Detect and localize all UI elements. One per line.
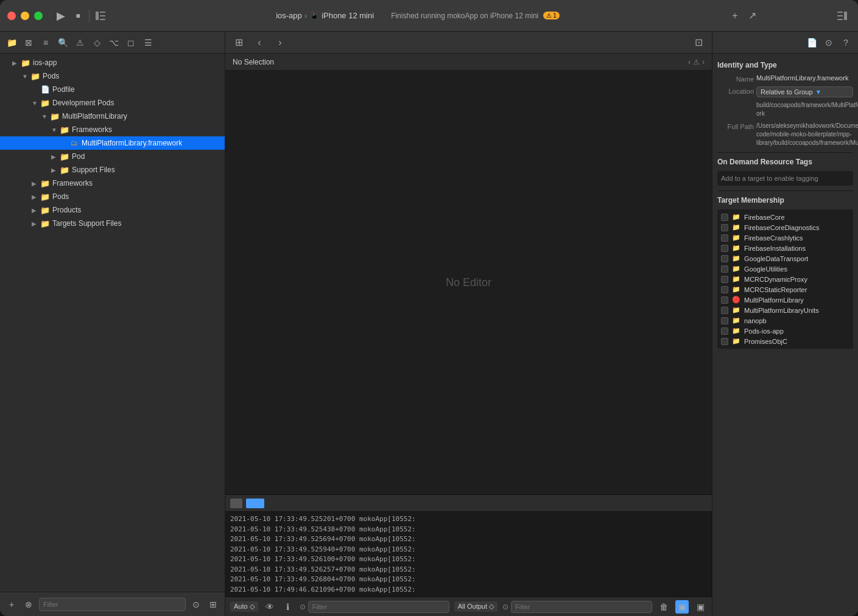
warning-badge[interactable]: ⚠ 1 [543, 12, 560, 19]
right-arrow-icon[interactable]: › [702, 58, 705, 66]
folder-icon-btn[interactable]: 📁 [5, 36, 18, 49]
history-btn[interactable]: ⊙ [821, 35, 836, 50]
sidebar-label-dev-pods: Development Pods [52, 99, 114, 107]
report-btn[interactable]: ☰ [141, 36, 155, 49]
name-label: Name [717, 74, 754, 83]
sidebar-filter-input[interactable] [39, 598, 186, 611]
console-filter-right[interactable] [511, 601, 652, 613]
auto-btn[interactable]: Auto ◇ [230, 601, 258, 612]
debug-btn[interactable]: ⌥ [107, 36, 121, 49]
folder-icon: 📁 [50, 111, 60, 121]
fullpath-label: Full Path [717, 122, 754, 130]
sidebar-item-frameworks-inner[interactable]: ▼ 📁 Frameworks [0, 123, 225, 136]
output-btn[interactable]: All Output ◇ [454, 601, 498, 612]
console-left-panel: 2021-05-10 17:33:49.525201+0700 mokoApp[… [225, 512, 712, 597]
warning-icon: ⚠ [546, 12, 552, 19]
add-file-button[interactable]: + [5, 598, 18, 611]
sidebar-item-frameworks-top[interactable]: ▶ 📁 Frameworks [0, 177, 225, 190]
target-checkbox[interactable] [721, 276, 728, 283]
target-checkbox[interactable] [721, 224, 728, 231]
filter-add[interactable]: ⊞ [206, 598, 220, 611]
target-checkbox[interactable] [721, 296, 728, 304]
no-editor-text: No Editor [446, 276, 491, 289]
target-label: Pods-ios-app [744, 327, 784, 335]
sidebar-item-pods[interactable]: ▼ 📁 Pods [0, 69, 225, 83]
sidebar-label-pods: Pods [43, 72, 59, 80]
filter-toggle[interactable]: ⊗ [22, 598, 35, 611]
location-dropdown[interactable]: Relative to Group ▼ [756, 86, 853, 97]
divider [89, 10, 90, 22]
breakpoint-btn[interactable]: ◻ [124, 36, 138, 49]
titlebar: ▶ ■ ios-app › 📱 iPhone 12 mini Finished … [0, 0, 858, 32]
sidebar-item-mpl[interactable]: ▼ 📁 MultiPlatformLibrary [0, 110, 225, 123]
target-checkbox[interactable] [721, 255, 728, 262]
console-line-5: 2021-05-10 17:33:49.526100+0700 mokoApp[… [230, 555, 706, 565]
sidebar-item-targets[interactable]: ▶ 📁 Targets Support Files [0, 217, 225, 230]
console-line-2: 2021-05-10 17:33:49.525438+0700 mokoApp[… [230, 525, 706, 535]
target-checkbox[interactable] [721, 234, 728, 242]
symbol-btn[interactable]: ≡ [39, 36, 52, 49]
target-row-mpl: 🔴 MultiPlatformLibrary [721, 295, 849, 305]
minimize-button[interactable] [21, 12, 29, 20]
target-row-firebase-core: 📁 FirebaseCore [721, 212, 849, 222]
sidebar-item-pod[interactable]: ▶ 📁 Pod [0, 150, 225, 163]
split-right-btn[interactable]: ▣ [694, 600, 707, 614]
target-checkbox[interactable] [721, 214, 728, 221]
status-message: Finished running mokoApp on iPhone 12 mi… [391, 12, 538, 20]
sidebar-toggle-button[interactable] [92, 7, 109, 24]
add-button[interactable]: + [726, 7, 744, 24]
filter-options[interactable]: ⊙ [189, 598, 203, 611]
sidebar-item-podfile[interactable]: 📄 Podfile [0, 83, 225, 96]
clear-btn[interactable]: 🗑 [657, 600, 670, 614]
split-left-btn[interactable]: ▣ [675, 600, 689, 614]
target-checkbox[interactable] [721, 317, 728, 324]
search-btn[interactable]: 🔍 [56, 36, 69, 49]
target-label: MCRCDynamicProxy [744, 276, 807, 283]
test-btn[interactable]: ◇ [90, 36, 104, 49]
help-btn[interactable]: ? [839, 35, 853, 50]
target-checkbox[interactable] [721, 327, 728, 335]
stop-button[interactable]: ■ [69, 7, 86, 24]
sidebar-item-dev-pods[interactable]: ▼ 📁 Development Pods [0, 96, 225, 110]
file-inspector-btn[interactable]: 📄 [804, 35, 819, 50]
breadcrumb-device[interactable]: iPhone 12 mini [322, 11, 374, 20]
console-filter-icon: ⊙ [300, 603, 306, 611]
inspector-toggle[interactable] [834, 7, 851, 24]
divider1 [717, 152, 853, 153]
sidebar-item-ios-app[interactable]: ▶ 📁 ios-app [0, 56, 225, 69]
breadcrumb-project[interactable]: ios-app [276, 11, 302, 20]
expand-arrow: ▼ [32, 100, 40, 107]
run-button[interactable]: ▶ [52, 7, 69, 24]
target-checkbox[interactable] [721, 245, 728, 252]
path-label-empty [717, 101, 754, 102]
console-show-btn[interactable]: 👁 [263, 600, 276, 614]
arrow-button[interactable]: ↗ [744, 7, 761, 24]
source-control-btn[interactable]: ⊠ [22, 36, 35, 49]
target-checkbox[interactable] [721, 286, 728, 293]
forward-btn[interactable]: › [272, 34, 289, 51]
sidebar-item-support-files[interactable]: ▶ 📁 Support Files [0, 163, 225, 177]
target-checkbox[interactable] [721, 307, 728, 314]
editor-layout-btn[interactable]: ⊡ [690, 34, 707, 51]
svg-rect-7 [844, 12, 847, 20]
target-row-mcrc-static: 📁 MCRCStaticReporter [721, 284, 849, 295]
folder-icon: 📁 [732, 317, 740, 324]
target-checkbox[interactable] [721, 338, 728, 345]
target-checkbox[interactable] [721, 265, 728, 273]
left-arrow-icon[interactable]: ‹ [688, 58, 691, 66]
folder-icon: 📁 [732, 306, 740, 314]
close-button[interactable] [7, 12, 16, 20]
grid-view-btn[interactable]: ⊞ [230, 34, 247, 51]
console-info-btn[interactable]: ℹ [281, 600, 295, 614]
warning-btn[interactable]: ⚠ [73, 36, 86, 49]
sidebar-label-frameworks-top: Frameworks [52, 179, 93, 187]
sidebar-item-mpl-framework[interactable]: 🗂 MultiPlatformLibrary.framework [0, 136, 225, 150]
sidebar-item-products[interactable]: ▶ 📁 Products [0, 203, 225, 217]
fullscreen-button[interactable] [34, 12, 43, 20]
console-filter-left[interactable] [308, 601, 449, 613]
file-icon: 📄 [40, 85, 50, 94]
sidebar-item-pods-sub[interactable]: ▶ 📁 Pods [0, 190, 225, 203]
main-layout: 📁 ⊠ ≡ 🔍 ⚠ ◇ ⌥ ◻ ☰ ▶ 📁 ios-app [0, 32, 858, 616]
back-btn[interactable]: ‹ [251, 34, 268, 51]
folder-icon: 📁 [40, 178, 50, 188]
